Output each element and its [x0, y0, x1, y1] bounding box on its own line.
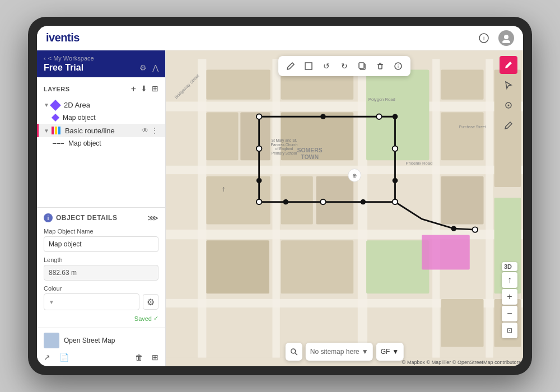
avatar[interactable]: [498, 30, 514, 46]
duplicate-icon[interactable]: ⊞: [152, 353, 158, 362]
workspace-nav[interactable]: ‹ < My Workspace: [44, 55, 158, 62]
more-icon[interactable]: ⋮: [151, 126, 158, 135]
check-icon: ✓: [153, 315, 158, 322]
export-icon[interactable]: 📄: [59, 353, 69, 362]
layers-actions: + ⬇ ⊞: [131, 84, 158, 94]
floor-select[interactable]: GF ▼: [376, 343, 404, 361]
search-box[interactable]: [286, 343, 302, 361]
toolbar-redo-btn[interactable]: ↻: [337, 58, 352, 74]
svg-rect-15: [206, 113, 238, 161]
svg-rect-5: [166, 102, 523, 111]
add-layer-btn[interactable]: +: [131, 84, 136, 94]
map-area[interactable]: Bridgeway Street Polygon Road Phoenix Ro…: [166, 50, 523, 366]
svg-point-52: [256, 146, 262, 152]
circle-tool-btn[interactable]: [500, 96, 517, 114]
toolbar-draw-btn[interactable]: [283, 58, 298, 74]
svg-point-44: [393, 146, 398, 152]
dashed-line-icon: [53, 143, 64, 144]
pencil-tool-btn[interactable]: [500, 116, 517, 134]
layer-item-2d-area[interactable]: ▼ 2D Area: [37, 99, 165, 111]
toolbar-info-btn[interactable]: i: [390, 58, 406, 74]
settings-icon[interactable]: ⚙: [139, 63, 147, 72]
sitemap-label: No sitemap here: [310, 348, 360, 356]
chevron-down-icon-sitemap: ▼: [362, 348, 368, 356]
svg-rect-23: [281, 240, 354, 293]
svg-rect-64: [359, 63, 364, 68]
eye-icon[interactable]: 👁: [142, 127, 148, 134]
svg-rect-11: [358, 59, 367, 357]
name-input[interactable]: [44, 236, 158, 252]
options-layer-btn[interactable]: ⊞: [152, 84, 158, 94]
floor-label: GF: [381, 348, 390, 356]
toolbar-copy-btn[interactable]: [354, 58, 370, 74]
colour-input[interactable]: ▼: [44, 293, 139, 310]
map-attribution: © Mapbox © MapTiler © OpenStreetMap cont…: [402, 360, 521, 365]
layer-item-map-object-2[interactable]: Map object: [37, 137, 165, 150]
osm-row: Open Street Map: [44, 333, 158, 348]
colour-settings-btn[interactable]: ⚙: [143, 294, 158, 310]
length-input[interactable]: [44, 265, 158, 281]
osm-label: Open Street Map: [64, 337, 115, 344]
toolbar-delete-btn[interactable]: [372, 58, 388, 74]
sidebar-footer: Open Street Map ↗ 📄 🗑 ⊞: [37, 328, 165, 366]
import-layer-btn[interactable]: ⬇: [141, 84, 147, 94]
svg-point-46: [393, 199, 398, 205]
toolbar-undo-btn[interactable]: ↺: [319, 58, 334, 74]
footer-actions: ↗ 📄 🗑 ⊞: [44, 353, 158, 362]
svg-rect-9: [198, 59, 206, 357]
app-logo: iventis: [46, 31, 80, 44]
layer-label-map-object-2: Map object: [68, 139, 101, 147]
svg-point-40: [256, 114, 262, 119]
layer-label-route: Basic route/line: [65, 127, 142, 135]
map-svg: Bridgeway Street Polygon Road Phoenix Ro…: [166, 50, 523, 366]
map-toolbar: ↺ ↻ i: [278, 56, 410, 76]
sidebar-header: ‹ < My Workspace Free Trial ⚙ ⋀: [37, 50, 165, 77]
svg-text:Phoenix Road: Phoenix Road: [406, 161, 433, 166]
toolbar-rect-btn[interactable]: [301, 58, 316, 74]
collapse-details-btn[interactable]: ⋙: [147, 213, 158, 222]
sidebar: ‹ < My Workspace Free Trial ⚙ ⋀ LAYERS: [37, 50, 166, 366]
layer-item-map-object-1[interactable]: Map object: [37, 111, 165, 124]
zoom-3d-btn[interactable]: 3D: [502, 262, 517, 271]
svg-text:Pancras Church: Pancras Church: [271, 143, 298, 147]
svg-point-50: [256, 199, 262, 205]
colour-label: Colour: [44, 285, 158, 292]
search-icon: [290, 348, 298, 356]
info-icon[interactable]: i: [476, 30, 492, 46]
right-tools: [500, 56, 517, 134]
svg-point-70: [508, 105, 510, 106]
delete-icon[interactable]: 🗑: [135, 353, 143, 362]
svg-rect-24: [366, 69, 429, 160]
svg-point-54: [473, 227, 478, 232]
svg-point-2: [504, 35, 508, 39]
svg-point-41: [320, 114, 326, 119]
zoom-fit-btn[interactable]: ⊡: [502, 323, 517, 338]
select-tool-btn[interactable]: [500, 76, 517, 94]
edit-tool-btn[interactable]: [500, 56, 517, 74]
chevron-down-icon-route: ▼: [44, 128, 49, 134]
svg-point-53: [451, 226, 456, 231]
svg-text:Purchase Street: Purchase Street: [459, 125, 486, 129]
svg-rect-27: [441, 69, 483, 99]
svg-rect-65: [379, 64, 382, 69]
share-icon[interactable]: ↗: [44, 353, 50, 362]
chevron-down-icon-floor: ▼: [392, 348, 399, 356]
layer-item-route[interactable]: ▼ Basic route/line 👁 ⋮: [37, 124, 165, 137]
svg-text:⊕: ⊕: [352, 172, 357, 179]
route-icon: [52, 127, 60, 134]
sitemap-select[interactable]: No sitemap here ▼: [306, 343, 373, 361]
svg-rect-16: [240, 113, 270, 161]
active-indicator: [37, 124, 39, 137]
collapse-icon[interactable]: ⋀: [152, 63, 158, 72]
compass-btn[interactable]: ↑: [502, 272, 517, 288]
saved-badge: Saved ✓: [44, 315, 158, 322]
svg-text:TOWN: TOWN: [301, 154, 319, 160]
svg-line-72: [295, 353, 297, 355]
saved-text: Saved: [134, 315, 152, 322]
svg-rect-10: [272, 59, 279, 357]
zoom-out-btn[interactable]: −: [502, 306, 517, 321]
svg-rect-62: [305, 63, 312, 69]
zoom-in-btn[interactable]: +: [502, 289, 517, 305]
header-right: i: [476, 30, 514, 46]
svg-point-51: [256, 178, 262, 184]
